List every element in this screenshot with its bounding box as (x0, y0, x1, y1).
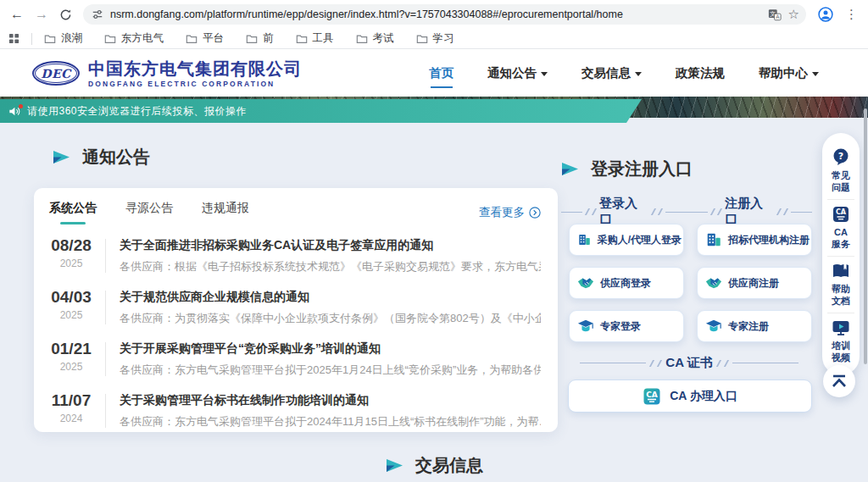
notice-date: 11/07 (44, 392, 98, 410)
notice-list: 08/28 2025 关于全面推进非招标采购业务CA认证及电子签章应用的通知 各… (34, 224, 558, 436)
alert-dot (19, 104, 23, 108)
notice-year: 2025 (44, 258, 98, 269)
bookmark-folder[interactable]: 工具 (296, 31, 334, 46)
browser-warning-bar: 请使用360安全浏览器进行后续投标、报价操作 (0, 99, 642, 123)
speaker-icon (8, 106, 20, 117)
tab-sourcing-notices[interactable]: 寻源公告 (125, 201, 173, 224)
login-register-buttons: 采购人/代理人登录 招标代理机构注册 供应商登录 供应商注册 专家登录 专家注册 (569, 224, 812, 342)
svg-text:CA: CA (646, 390, 658, 398)
browser-menu-icon[interactable]: ⋮ (845, 7, 858, 22)
notice-row[interactable]: 11/07 2024 关于采购管理平台标书在线制作功能培训的通知 各供应商：东方… (44, 385, 541, 436)
nav-home[interactable]: 首页 (429, 60, 453, 86)
bookmark-folder[interactable]: 前 (246, 31, 274, 46)
notice-desc: 各供应商：东方电气采购管理平台拟于2025年1月24日上线“竞价采购”业务，为帮… (120, 363, 541, 378)
notice-title[interactable]: 关于开展采购管理平台“竞价采购业务”培训的通知 (120, 341, 541, 357)
video-player-icon (832, 319, 850, 336)
notice-title[interactable]: 关于采购管理平台标书在线制作功能培训的通知 (120, 393, 541, 408)
scroll-to-top-button[interactable] (823, 365, 855, 397)
bookmark-folder[interactable]: 考试 (356, 31, 394, 46)
profile-avatar-icon[interactable] (817, 6, 834, 23)
url-text[interactable]: nsrm.dongfang.com/platform/runtime/epp/d… (110, 8, 761, 20)
notice-desc: 各供应商：东方电气采购管理平台拟于2024年11月15日上线“标书在线制作”功能… (120, 414, 541, 429)
supplier-register-button[interactable]: 供应商注册 (697, 267, 812, 299)
translate-icon[interactable]: 文A (768, 8, 782, 21)
notice-year: 2024 (44, 413, 98, 424)
building-icon (705, 231, 722, 248)
main-nav: 首页 通知公告 交易信息 政策法规 帮助中心 (429, 60, 819, 86)
folder-icon (296, 34, 308, 44)
notice-row[interactable]: 01/21 2025 关于开展采购管理平台“竞价采购业务”培训的通知 各供应商：… (44, 333, 541, 385)
graduation-cap-icon (577, 318, 594, 335)
book-icon (832, 263, 850, 280)
bookmark-folder[interactable]: 东方电气 (104, 31, 164, 46)
company-name-cn: 中国东方电气集团有限公司 (88, 59, 302, 78)
chevron-down-icon (635, 72, 642, 76)
forward-icon[interactable]: → (35, 8, 48, 21)
ca-badge-icon: CA (832, 206, 850, 223)
expert-login-button[interactable]: 专家登录 (569, 310, 684, 342)
bookmark-folder[interactable]: 浪潮 (44, 31, 82, 46)
page-root: ← → nsrm.dongfang.com/platform/runtime/e… (0, 0, 868, 482)
notice-tabs: 系统公告 寻源公告 违规通报 查看更多 (34, 188, 558, 224)
back-icon[interactable]: ← (10, 8, 24, 21)
notice-date: 08/28 (44, 237, 98, 255)
arrow-icon (386, 458, 403, 473)
nav-trade-info[interactable]: 交易信息 (581, 60, 642, 86)
folder-icon (104, 34, 116, 44)
ca-badge-icon: CA (643, 387, 661, 406)
chevron-down-icon (812, 72, 819, 76)
bookmark-folder[interactable]: 学习 (416, 31, 454, 46)
tab-system-notices[interactable]: 系统公告 (49, 201, 97, 224)
purchaser-agent-login-button[interactable]: 采购人/代理人登录 (569, 224, 684, 256)
notice-desc: 各供应商：为贯彻落实《保障中小企业款项支付条例》（国务院令第802号）及《中小企… (120, 311, 541, 326)
arrow-icon (53, 150, 70, 164)
sidebar-item-help-docs[interactable]: 帮助文档 (827, 256, 854, 313)
folder-icon (186, 34, 198, 44)
sidebar-item-training-videos[interactable]: 培训视频 (827, 313, 854, 369)
nav-help-center[interactable]: 帮助中心 (759, 60, 819, 86)
supplier-login-button[interactable]: 供应商登录 (569, 267, 684, 299)
handshake-icon (577, 274, 594, 291)
tab-violation-reports[interactable]: 违规通报 (202, 201, 249, 224)
handshake-icon (705, 274, 722, 291)
notice-row[interactable]: 08/28 2025 关于全面推进非招标采购业务CA认证及电子签章应用的通知 各… (44, 230, 541, 281)
svg-text:CA: CA (836, 208, 847, 216)
sidebar-item-ca-service[interactable]: CA CA服务 (827, 199, 854, 256)
warning-text: 请使用360安全浏览器进行后续投标、报价操作 (27, 104, 247, 119)
notice-title[interactable]: 关于全面推进非招标采购业务CA认证及电子签章应用的通知 (120, 238, 541, 253)
apps-grid-icon[interactable] (8, 33, 19, 44)
question-bubble-icon: ? (832, 147, 850, 166)
notice-title[interactable]: 关于规范供应商企业规模信息的通知 (120, 290, 541, 305)
folder-icon (416, 34, 428, 44)
chevron-down-icon (541, 72, 548, 76)
folder-icon (246, 34, 258, 44)
tune-icon[interactable] (92, 8, 103, 20)
bidding-agency-register-button[interactable]: 招标代理机构注册 (697, 224, 812, 256)
notice-date: 04/03 (44, 289, 98, 307)
expert-register-button[interactable]: 专家注册 (697, 310, 812, 342)
company-name-en: DONGFANG ELECTRIC CORPORATION (88, 80, 302, 88)
graduation-cap-icon (705, 318, 722, 335)
scrollbar-thumb[interactable] (864, 108, 867, 364)
notices-card: 系统公告 寻源公告 违规通报 查看更多 08/28 2025 关于全面推进非招标… (34, 188, 558, 432)
notices-section-heading: 通知公告 (53, 146, 150, 169)
ca-group-head: CA 证书 (565, 355, 814, 371)
bookmark-folder[interactable]: 平台 (186, 31, 224, 46)
sidebar-item-faq[interactable]: ? 常见问题 (827, 141, 854, 199)
login-section-heading: 登录注册入口 (561, 158, 693, 180)
ca-apply-button[interactable]: CA CA 办理入口 (568, 380, 812, 413)
dec-logo-oval: DEC (32, 61, 80, 86)
company-logo[interactable]: DEC 中国东方电气集团有限公司 DONGFANG ELECTRIC CORPO… (32, 59, 302, 88)
nav-notices[interactable]: 通知公告 (487, 60, 548, 86)
notice-row[interactable]: 04/03 2025 关于规范供应商企业规模信息的通知 各供应商：为贯彻落实《保… (44, 281, 541, 333)
url-bar[interactable]: nsrm.dongfang.com/platform/runtime/epp/d… (83, 4, 806, 25)
notice-year: 2025 (44, 361, 98, 373)
svg-text:?: ? (838, 151, 843, 162)
bookmarks-separator (31, 33, 32, 45)
trade-section-heading: 交易信息 (386, 454, 483, 477)
refresh-icon[interactable] (59, 8, 72, 21)
site-header: DEC 中国东方电气集团有限公司 DONGFANG ELECTRIC CORPO… (0, 49, 868, 97)
nav-policies[interactable]: 政策法规 (676, 60, 725, 86)
bookmark-star-icon[interactable]: ☆ (788, 7, 799, 22)
view-more-link[interactable]: 查看更多 (479, 205, 541, 220)
